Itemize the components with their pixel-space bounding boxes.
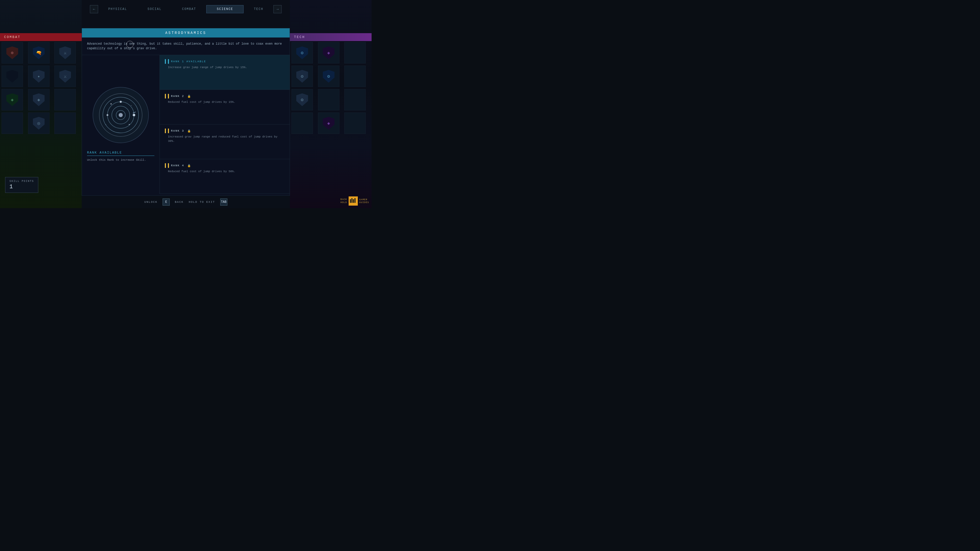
rank-4-header: RANK 4 🔒 [165, 163, 285, 168]
back-label: BACK [175, 200, 183, 203]
combat-skill-cell[interactable]: ✦ [28, 65, 49, 87]
tech-skill-row-1: ⚙ ◈ [290, 41, 372, 65]
tech-skill-cell [291, 113, 313, 134]
rank-1-desc: Increase grav jump range of jump drives … [165, 65, 285, 70]
tech-panel: TECH ⚙ ◈ ⚙ ⚙ ⚙ ◈ [290, 33, 372, 208]
skill-shield-icon: ◈ [6, 94, 18, 106]
nav-next-button[interactable]: → [274, 5, 282, 13]
tech-skill-row-3: ⚙ [290, 88, 372, 111]
svg-point-8 [107, 114, 108, 116]
skill-shield-icon: ◈ [33, 94, 45, 106]
back-key-button[interactable]: TAB [220, 198, 228, 206]
skill-shield-icon: ✦ [33, 70, 45, 83]
rank-pip-icon-2 [168, 59, 169, 64]
unlock-key-button[interactable]: E [162, 198, 170, 206]
rank-4-desc: Reduced fuel cost of jump drives by 50%. [165, 169, 285, 174]
back-action-label: HOLD TO EXIT [189, 200, 215, 203]
rank-pip-icon [165, 59, 166, 64]
svg-line-13 [133, 112, 135, 113]
skill-shield-icon: ⚔ [59, 70, 71, 83]
skill-shield-icon: ◈ [323, 46, 334, 59]
astrodynamics-icon: ✦ ✦ + + [98, 92, 144, 138]
skill-shield-icon: ◈ [323, 117, 334, 130]
combat-skill-cell [2, 113, 23, 134]
gg-brand: GAMER [360, 198, 369, 201]
rank-pip-icon [165, 129, 166, 133]
tech-skill-cell[interactable]: ⚙ [291, 42, 313, 64]
nav-tabs: ← PHYSICAL SOCIAL COMBAT SCIENCE TECH → [90, 5, 282, 13]
skill-shield-icon: ⚙ [296, 94, 308, 106]
tab-social[interactable]: SOCIAL [137, 5, 172, 13]
rank-item-4[interactable]: RANK 4 🔒 Reduced fuel cost of jump drive… [160, 159, 290, 194]
skill-emblem: ✦ ✦ + + [93, 87, 149, 143]
tech-panel-header: TECH [290, 33, 372, 41]
skill-shield-icon: ⚙ [296, 70, 308, 83]
combat-skill-cell[interactable]: ◎ [28, 113, 49, 134]
rank-item-1[interactable]: RANK 1 AVAILABLE Increase grav jump rang… [160, 55, 290, 90]
combat-skill-cell[interactable]: ◈ [2, 89, 23, 110]
svg-text:+: + [131, 105, 132, 106]
combat-skill-cell[interactable] [2, 65, 23, 87]
rank-pip-icon-2 [168, 163, 169, 168]
combat-skill-cell [54, 89, 76, 110]
combat-skill-row-2: ✦ ⚔ [0, 65, 82, 88]
tech-skill-cell[interactable]: ⚙ [291, 65, 313, 87]
combat-skill-cell[interactable]: ⚔ [54, 65, 76, 87]
skill-shield-icon: ◎ [33, 117, 45, 130]
rank-item-3[interactable]: RANK 3 🔒 Increased grav jump range and r… [160, 124, 290, 159]
tab-science[interactable]: SCIENCE [206, 5, 243, 13]
rank-item-2[interactable]: RANK 2 🔒 Reduced fuel cost of jump drive… [160, 90, 290, 124]
rank-2-header: RANK 2 🔒 [165, 94, 285, 98]
rank-available-label: RANK AVAILABLE [87, 151, 154, 156]
svg-text:✦: ✦ [110, 103, 112, 105]
gamer-guides-watermark: BACK HOLD GAMER GUIDES [340, 197, 369, 206]
skill-shield-icon: 🔫 [33, 46, 45, 59]
tech-skill-cell[interactable]: ⚙ [291, 89, 313, 110]
skill-visual-area: ✦ ✦ + + RANK AVAILABLE Unlock this Rank … [82, 55, 160, 194]
tab-combat[interactable]: COMBAT [172, 5, 206, 13]
svg-rect-16 [353, 199, 354, 203]
skill-description: Advanced technology is one thing, but it… [82, 38, 290, 55]
svg-rect-14 [350, 199, 351, 203]
rank-4-label: RANK 4 [171, 164, 184, 167]
rank-pip-icon [165, 94, 166, 98]
tech-skill-cell[interactable]: ⚙ [318, 65, 339, 87]
tech-skill-cell [344, 89, 366, 110]
skill-points-box: SKILL POINTS 1 [5, 177, 38, 193]
skill-shield-icon: ⚙ [296, 46, 308, 59]
nav-prev-button[interactable]: ← [90, 5, 98, 13]
rank-2-desc: Reduced fuel cost of jump drives by 15%. [165, 100, 285, 104]
rank-pip-icon-2 [168, 94, 169, 98]
tech-skill-cell[interactable]: ◈ [318, 42, 339, 64]
lock-icon: 🔒 [187, 164, 191, 167]
combat-panel-header: COMBAT [0, 33, 82, 41]
svg-text:+: + [105, 124, 107, 126]
tab-physical[interactable]: PHYSICAL [98, 5, 137, 13]
rank-3-label: RANK 3 [171, 129, 184, 132]
rank-list: RANK 1 AVAILABLE Increase grav jump rang… [160, 55, 290, 194]
skill-shield-icon: ⚙ [323, 70, 334, 83]
combat-skill-cell[interactable]: 🔫 [28, 42, 49, 64]
tech-skill-cell [344, 113, 366, 134]
tab-tech[interactable]: TECH [244, 5, 274, 13]
combat-skill-cell[interactable]: ◈ [28, 89, 49, 110]
svg-rect-15 [352, 198, 352, 203]
combat-skill-row-3: ◈ ◈ [0, 88, 82, 111]
tech-skill-cell[interactable]: ◈ [318, 113, 339, 134]
svg-text:✦: ✦ [128, 124, 130, 126]
skill-shield-icon: ⚔ [59, 46, 71, 59]
svg-point-5 [119, 113, 123, 117]
skill-points-label: SKILL POINTS [10, 180, 34, 183]
svg-rect-17 [355, 198, 355, 203]
unlock-label: UNLOCK [144, 200, 158, 203]
rank-1-header: RANK 1 AVAILABLE [165, 59, 285, 64]
svg-point-6 [133, 114, 135, 116]
skill-points-value: 1 [10, 184, 34, 190]
combat-skill-cell[interactable]: ⚔ [54, 42, 76, 64]
rank-pip-icon-2 [168, 129, 169, 133]
combat-skill-cell [54, 113, 76, 134]
gg-logo [348, 197, 358, 206]
combat-skill-cell[interactable]: ⊕ [2, 42, 23, 64]
tech-skill-cell [344, 42, 366, 64]
tech-skill-row-4: ◈ [290, 111, 372, 135]
